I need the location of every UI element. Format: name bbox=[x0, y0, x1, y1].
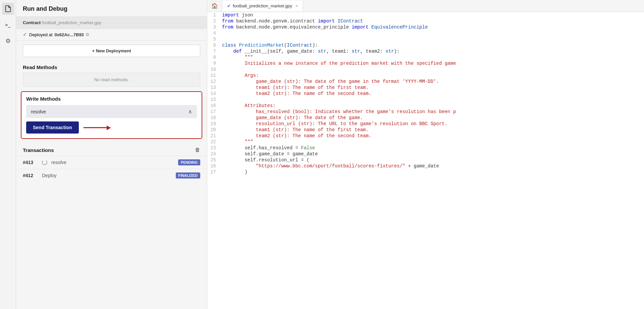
transactions-title: Transactions bbox=[23, 147, 54, 153]
file-tab-icon: ✔ bbox=[227, 3, 231, 8]
code-line-5: 5 bbox=[207, 36, 644, 42]
write-methods-title: Write Methods bbox=[26, 96, 197, 105]
code-line-14: 14 team2 (str): The name of the second t… bbox=[207, 91, 644, 97]
code-line-25: 25 self.resolution_url = ( bbox=[207, 157, 644, 163]
code-line-20: 20 team1 (str): The name of the first te… bbox=[207, 127, 644, 133]
deployed-address: 0x62Ac...7B93 bbox=[54, 32, 84, 37]
file-activity-icon[interactable] bbox=[2, 3, 14, 15]
code-line-11: 11 Args: bbox=[207, 72, 644, 79]
tx-id-412: #412 bbox=[23, 173, 38, 178]
chevron-up-icon: ∧ bbox=[188, 108, 192, 115]
code-line-9: 9 Initializes a new instance of the pred… bbox=[207, 60, 644, 66]
resolve-dropdown[interactable]: resolve ∧ bbox=[26, 105, 197, 118]
sidebar: Run and Debug Contract football_predicti… bbox=[16, 0, 207, 309]
contract-bar: Contract football_prediction_market.gpy bbox=[16, 17, 207, 29]
transaction-item-412: #412 Deploy FINALIZED bbox=[16, 169, 207, 182]
copy-address-icon[interactable]: ⧉ bbox=[86, 32, 89, 37]
write-methods-box: Write Methods resolve ∧ Send Transaction bbox=[21, 91, 202, 139]
code-table: 1 import json 2 from backend.node.genvm.… bbox=[207, 12, 644, 175]
tx-method-412: Deploy bbox=[42, 173, 172, 178]
resolve-method-label: resolve bbox=[31, 109, 46, 114]
code-editor[interactable]: 1 import json 2 from backend.node.genvm.… bbox=[207, 12, 644, 309]
code-line-6: 6 class PredictionMarket(IContract): bbox=[207, 42, 644, 48]
code-line-8: 8 """ bbox=[207, 54, 644, 60]
send-transaction-row: Send Transaction bbox=[26, 121, 197, 134]
deployed-label: Deployed at bbox=[29, 32, 52, 37]
code-line-7: 7 def __init__(self, game_date: str, tea… bbox=[207, 48, 644, 54]
code-line-12: 12 game_date (str): The date of the game… bbox=[207, 79, 644, 85]
code-line-16: 16 Attributes: bbox=[207, 103, 644, 109]
close-tab-icon[interactable]: × bbox=[296, 4, 298, 8]
tx-status-412: FINALIZED bbox=[176, 172, 200, 178]
code-line-10: 10 bbox=[207, 66, 644, 72]
code-line-23: 23 self.has_resolved = False bbox=[207, 145, 644, 151]
contract-value: football_prediction_market.gpy bbox=[42, 20, 101, 25]
terminal-activity-icon[interactable]: >_ bbox=[2, 19, 14, 31]
code-line-26: 26 "https://www.bbc.com/sport/football/s… bbox=[207, 163, 644, 169]
contract-label: Contract bbox=[23, 20, 41, 25]
deployed-check-icon: ✓ bbox=[23, 32, 27, 38]
code-line-2: 2 from backend.node.genvm.icontract impo… bbox=[207, 18, 644, 24]
deployed-bar: ✓ Deployed at 0x62Ac...7B93 ⧉ bbox=[16, 29, 207, 41]
home-tab[interactable]: 🏠 bbox=[207, 0, 222, 12]
new-deployment-button[interactable]: + New Deployment bbox=[23, 45, 200, 57]
read-methods-empty: No read methods. bbox=[23, 73, 200, 87]
code-line-17: 17 has_resolved (bool): Indicates whethe… bbox=[207, 109, 644, 115]
code-line-24: 24 self.game_date = game_date bbox=[207, 151, 644, 157]
code-line-21: 21 team2 (str): The name of the second t… bbox=[207, 133, 644, 139]
code-line-27: 27 ) bbox=[207, 169, 644, 175]
tx-status-413: PENDING bbox=[178, 159, 200, 165]
read-methods-title: Read Methods bbox=[16, 61, 207, 73]
code-line-4: 4 bbox=[207, 30, 644, 36]
tx-id-413: #413 bbox=[23, 160, 38, 165]
tx-spinner-413 bbox=[42, 160, 47, 165]
tx-method-413: resolve bbox=[51, 160, 174, 165]
code-line-22: 22 """ bbox=[207, 139, 644, 145]
file-tab-name: football_prediction_market.gpy bbox=[233, 3, 292, 8]
activity-bar: >_ ⚙ bbox=[0, 0, 16, 309]
arrow-indicator bbox=[82, 127, 110, 128]
send-transaction-button[interactable]: Send Transaction bbox=[26, 121, 79, 134]
code-line-1: 1 import json bbox=[207, 12, 644, 18]
file-tab[interactable]: ✔ football_prediction_market.gpy × bbox=[222, 1, 303, 11]
transactions-header: Transactions 🗑 bbox=[16, 144, 207, 156]
code-line-3: 3 from backend.node.genvm.equivalence_pr… bbox=[207, 24, 644, 30]
sidebar-title: Run and Debug bbox=[16, 0, 207, 17]
code-line-19: 19 resolution_url (str): The URL to the … bbox=[207, 121, 644, 127]
code-line-13: 13 team1 (str): The name of the first te… bbox=[207, 85, 644, 91]
code-line-18: 18 game_date (str): The date of the game… bbox=[207, 115, 644, 121]
editor-area: 🏠 ✔ football_prediction_market.gpy × 1 i… bbox=[207, 0, 644, 309]
settings-activity-icon[interactable]: ⚙ bbox=[2, 35, 14, 47]
transaction-item-413: #413 resolve PENDING bbox=[16, 156, 207, 169]
trash-icon[interactable]: 🗑 bbox=[195, 147, 200, 153]
code-line-15: 15 bbox=[207, 97, 644, 103]
tabs-bar: 🏠 ✔ football_prediction_market.gpy × bbox=[207, 0, 644, 12]
